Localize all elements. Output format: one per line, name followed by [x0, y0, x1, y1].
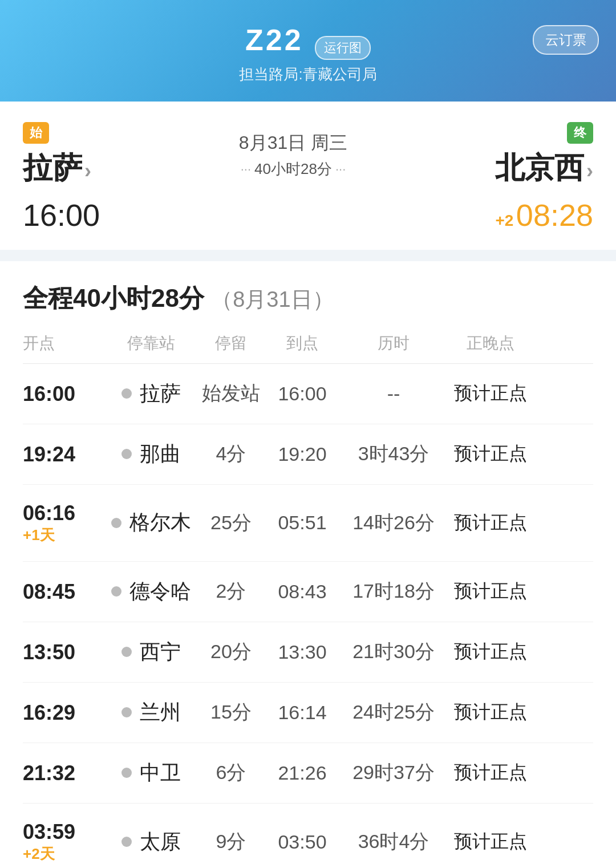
col-stop-duration: 4分 [200, 441, 262, 467]
col-station: 德令哈 [103, 578, 200, 606]
col-stop-duration: 25分 [200, 510, 262, 536]
col-arrive-time: 16:00 [262, 383, 342, 405]
col-elapsed: 14时26分 [342, 510, 445, 536]
col-elapsed: 36时4分 [342, 829, 445, 855]
col-status: 预计正点 [445, 381, 536, 406]
col-station: 格尔木 [103, 509, 200, 537]
table-row[interactable]: 13:50西宁20分13:3021时30分预计正点 [23, 622, 593, 683]
station-name: 拉萨 [140, 380, 181, 408]
origin-name[interactable]: 拉萨› [23, 148, 91, 188]
col-elapsed: 29时37分 [342, 760, 445, 786]
col-station: 太原 [103, 828, 200, 856]
col-header-elapsed: 历时 [342, 332, 445, 354]
station-dot [121, 449, 132, 459]
depart-time: 03:59 [23, 820, 103, 844]
col-arrive-time: 08:43 [262, 581, 342, 603]
depart-time: 08:45 [23, 579, 103, 604]
col-arrive-time: 21:26 [262, 762, 342, 784]
booking-button[interactable]: 云订票 [533, 25, 599, 55]
col-header-arrive: 到点 [262, 332, 342, 354]
table-header: 开点 停靠站 停留 到点 历时 正晚点 [23, 332, 593, 364]
depart-time: 06:16 [23, 501, 103, 525]
table-row[interactable]: 03:59+2天太原9分03:5036时4分预计正点 [23, 804, 593, 864]
station-dot [121, 388, 132, 399]
arrive-time-block: +2 08:28 [495, 197, 593, 233]
arrive-day-offset: +2 [495, 212, 513, 229]
table-row[interactable]: 21:32中卫6分21:2629时37分预计正点 [23, 743, 593, 804]
col-stop-duration: 9分 [200, 829, 262, 855]
col-header-depart: 开点 [23, 332, 103, 354]
dest-name[interactable]: 北京西› [495, 148, 593, 188]
station-name: 那曲 [140, 440, 181, 468]
station-dot [121, 707, 132, 717]
depart-time: 16:00 [23, 382, 103, 406]
col-arrive-time: 03:50 [262, 831, 342, 853]
col-header-station: 停靠站 [103, 332, 200, 354]
col-depart: 16:29 [23, 700, 103, 725]
col-header-stop: 停留 [200, 332, 262, 354]
col-status: 预计正点 [445, 639, 536, 664]
dest-badge: 终 [567, 122, 593, 144]
col-station: 西宁 [103, 638, 200, 666]
col-elapsed: 3时43分 [342, 441, 445, 467]
journey-dots: ··· 40小时28分 ··· [103, 159, 484, 179]
col-stop-duration: 始发站 [200, 380, 262, 407]
col-elapsed: 21时30分 [342, 639, 445, 665]
col-depart: 08:45 [23, 579, 103, 604]
col-stop-duration: 6分 [200, 760, 262, 786]
station-dot [121, 837, 132, 847]
stops-container: 16:00拉萨始发站16:00--预计正点19:24那曲4分19:203时43分… [23, 364, 593, 864]
station-name: 德令哈 [129, 578, 191, 606]
table-row[interactable]: 16:00拉萨始发站16:00--预计正点 [23, 364, 593, 424]
col-status: 预计正点 [445, 829, 536, 854]
depart-time: 16:29 [23, 700, 103, 725]
col-depart: 06:16+1天 [23, 501, 103, 545]
col-depart: 13:50 [23, 640, 103, 664]
col-depart: 16:00 [23, 382, 103, 406]
col-status: 预计正点 [445, 579, 536, 604]
section-title: 全程40小时28分 （8月31日） [23, 282, 593, 315]
origin-block: 始 拉萨› [23, 122, 91, 188]
col-station: 兰州 [103, 699, 200, 727]
day-offset: +1天 [23, 525, 103, 545]
table-row[interactable]: 08:45德令哈2分08:4317时18分预计正点 [23, 562, 593, 622]
col-station: 拉萨 [103, 380, 200, 408]
col-stop-duration: 15分 [200, 699, 262, 725]
col-status: 预计正点 [445, 510, 536, 536]
train-number: Z22 [245, 23, 303, 56]
station-dot [111, 586, 121, 597]
journey-arrive-time: 08:28 [516, 198, 593, 232]
col-arrive-time: 05:51 [262, 512, 342, 534]
station-dot [121, 768, 132, 778]
col-stop-duration: 20分 [200, 639, 262, 665]
station-name: 太原 [140, 828, 181, 856]
col-arrive-time: 19:20 [262, 443, 342, 465]
table-row[interactable]: 06:16+1天格尔木25分05:5114时26分预计正点 [23, 485, 593, 562]
col-elapsed: -- [342, 383, 445, 405]
dest-block: 终 北京西› [495, 122, 593, 188]
col-header-status: 正晚点 [445, 332, 536, 354]
journey-duration: 40小时28分 [254, 159, 332, 179]
table-row[interactable]: 16:29兰州15分16:1424时25分预计正点 [23, 683, 593, 743]
station-name: 格尔木 [129, 509, 191, 537]
route-badge[interactable]: 运行图 [315, 36, 371, 60]
journey-middle: 8月31日 周三 ··· 40小时28分 ··· [91, 131, 495, 179]
origin-badge: 始 [23, 122, 49, 144]
station-dot [111, 518, 121, 528]
col-elapsed: 24时25分 [342, 699, 445, 725]
depart-time: 21:32 [23, 761, 103, 785]
table-row[interactable]: 19:24那曲4分19:203时43分预计正点 [23, 424, 593, 485]
station-name: 西宁 [140, 638, 181, 666]
depart-time: 13:50 [23, 640, 103, 664]
col-status: 预计正点 [445, 441, 536, 467]
col-depart: 21:32 [23, 761, 103, 785]
col-arrive-time: 13:30 [262, 641, 342, 663]
day-offset: +2天 [23, 844, 103, 864]
station-name: 兰州 [140, 699, 181, 727]
journey-card: 始 拉萨› 8月31日 周三 ··· 40小时28分 ··· 终 北京西› 16… [0, 102, 616, 250]
operator-label: 担当路局:青藏公司局 [17, 64, 599, 84]
col-depart: 03:59+2天 [23, 820, 103, 864]
schedule-section: 全程40小时28分 （8月31日） 开点 停靠站 停留 到点 历时 正晚点 16… [0, 261, 616, 864]
station-dot [121, 647, 132, 657]
col-status: 预计正点 [445, 760, 536, 785]
